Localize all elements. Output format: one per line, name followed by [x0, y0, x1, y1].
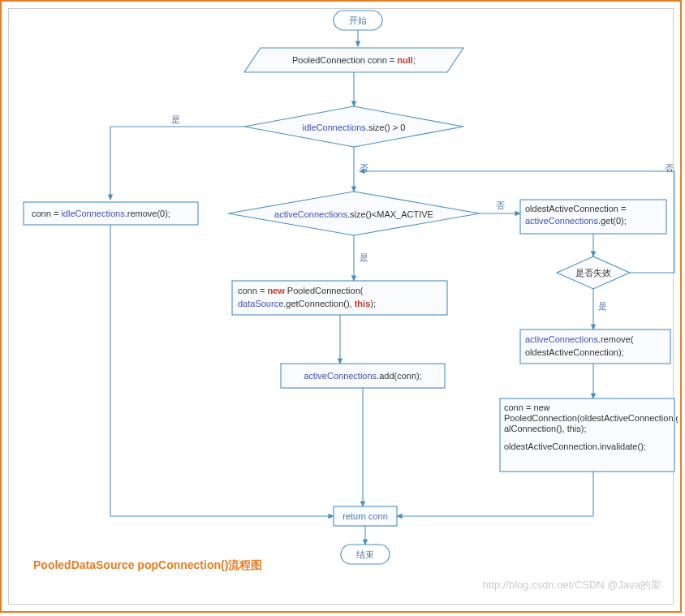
decision-invalid-text: 是否失效 [575, 268, 611, 278]
diagram-title: PooledDataSource popConnection()流程图 [33, 558, 262, 573]
end-label: 结束 [356, 549, 374, 559]
remove-idle-text: conn = idleConnections.remove(0); [32, 209, 170, 218]
edge-yes-1: 是 [171, 114, 180, 124]
diagram-inner: 开始 PooledConnection conn = null; idleCon… [8, 8, 674, 605]
return-text: return conn [342, 511, 388, 521]
watermark: http://blog.csdn.net/CSDN @Java的架 [482, 578, 661, 592]
init-text: PooledConnection conn = null; [292, 55, 416, 65]
decision-active-text: activeConnections.size()<MAX_ACTIVE [274, 209, 433, 219]
edge-yes-2: 是 [360, 252, 368, 262]
edge-no-3: 否 [665, 163, 674, 173]
add-active-text: activeConnections.add(conn); [304, 371, 422, 381]
start-label: 开始 [349, 15, 367, 25]
edge-yes-3: 是 [598, 301, 607, 311]
diagram-outer: 开始 PooledConnection conn = null; idleCon… [0, 0, 682, 613]
flowchart-svg: 开始 PooledConnection conn = null; idleCon… [9, 9, 678, 606]
decision-idle-text: idleConnections.size() > 0 [303, 123, 406, 132]
edge-no-2: 否 [496, 200, 505, 210]
